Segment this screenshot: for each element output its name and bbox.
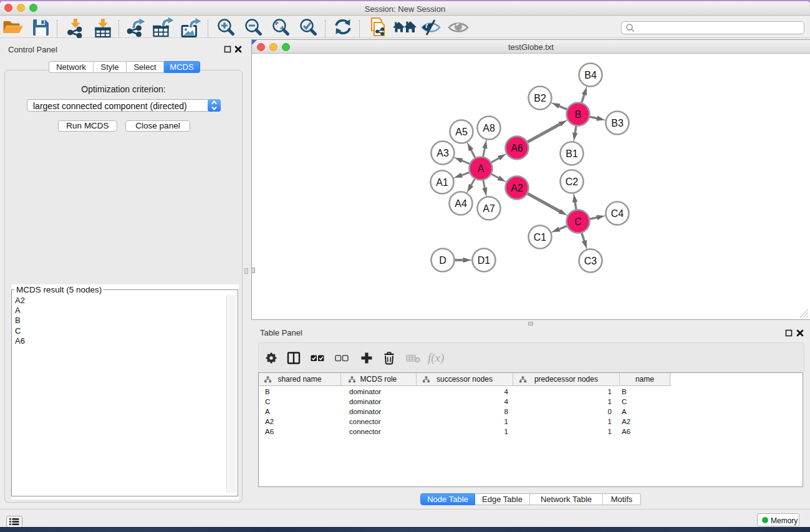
svg-text:A7: A7 <box>483 203 495 214</box>
svg-text:C2: C2 <box>566 177 579 187</box>
svg-text:A3: A3 <box>436 148 449 158</box>
svg-text:D1: D1 <box>478 255 491 266</box>
svg-text:B4: B4 <box>584 70 597 80</box>
svg-text:A4: A4 <box>455 198 467 209</box>
svg-text:B: B <box>575 109 582 120</box>
svg-text:B1: B1 <box>566 148 578 159</box>
svg-text:C1: C1 <box>534 232 547 243</box>
svg-text:C: C <box>574 216 582 227</box>
svg-text:D: D <box>439 255 446 266</box>
svg-text:C4: C4 <box>611 208 624 219</box>
svg-text:C3: C3 <box>584 256 597 266</box>
svg-text:A2: A2 <box>511 183 523 193</box>
svg-text:A: A <box>478 163 485 174</box>
svg-text:A8: A8 <box>483 123 495 133</box>
svg-text:B2: B2 <box>534 93 546 104</box>
svg-text:B3: B3 <box>611 118 624 128</box>
svg-text:A1: A1 <box>436 177 448 188</box>
svg-text:A6: A6 <box>511 143 523 153</box>
svg-text:A5: A5 <box>455 127 468 137</box>
